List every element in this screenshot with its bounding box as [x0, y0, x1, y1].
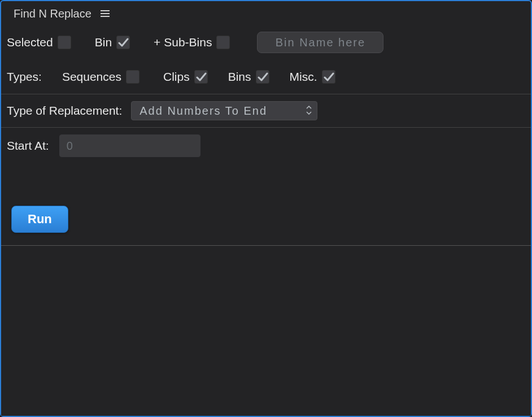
selected-label: Selected — [7, 36, 53, 49]
action-row: Run — [1, 201, 531, 246]
menu-icon[interactable] — [99, 8, 111, 19]
replacement-select-wrap: Add Numbers To End — [131, 101, 317, 120]
subbins-checkbox[interactable] — [216, 36, 230, 49]
bins-label: Bins — [228, 70, 251, 84]
types-label: Types: — [7, 70, 42, 84]
selected-checkbox[interactable] — [58, 36, 71, 49]
clips-checkbox[interactable] — [194, 70, 208, 84]
start-at-row: Start At: — [1, 128, 531, 162]
bin-label: Bin — [95, 36, 112, 49]
replacement-label: Type of Replacement: — [7, 104, 122, 118]
svg-rect-2 — [101, 16, 110, 17]
svg-rect-0 — [101, 10, 110, 11]
panel-title: Find N Replace — [14, 7, 91, 20]
replacement-select-value: Add Numbers To End — [139, 105, 267, 118]
source-row: Selected Bin + Sub-Bins — [1, 25, 531, 64]
replacement-row: Type of Replacement: Add Numbers To End — [1, 94, 531, 128]
bin-checkbox[interactable] — [116, 36, 130, 49]
subbins-label: + Sub-Bins — [154, 36, 212, 49]
bin-name-input[interactable] — [257, 32, 383, 53]
run-button[interactable]: Run — [11, 206, 68, 233]
start-at-input[interactable] — [59, 134, 200, 157]
misc-label: Misc. — [290, 70, 317, 84]
sequences-checkbox[interactable] — [126, 70, 139, 84]
types-row: Types: Sequences Clips Bins Misc. — [1, 64, 531, 94]
spacer — [1, 162, 531, 201]
replacement-select[interactable]: Add Numbers To End — [131, 101, 317, 120]
start-at-label: Start At: — [7, 139, 49, 153]
misc-checkbox[interactable] — [322, 70, 335, 84]
panel-header: Find N Replace — [1, 1, 531, 25]
output-area — [1, 246, 531, 416]
find-n-replace-panel: Find N Replace Selected Bin + Sub-Bins T… — [0, 0, 532, 417]
bins-checkbox[interactable] — [256, 70, 269, 84]
svg-rect-1 — [101, 13, 110, 14]
sequences-label: Sequences — [62, 70, 121, 84]
clips-label: Clips — [163, 70, 190, 84]
